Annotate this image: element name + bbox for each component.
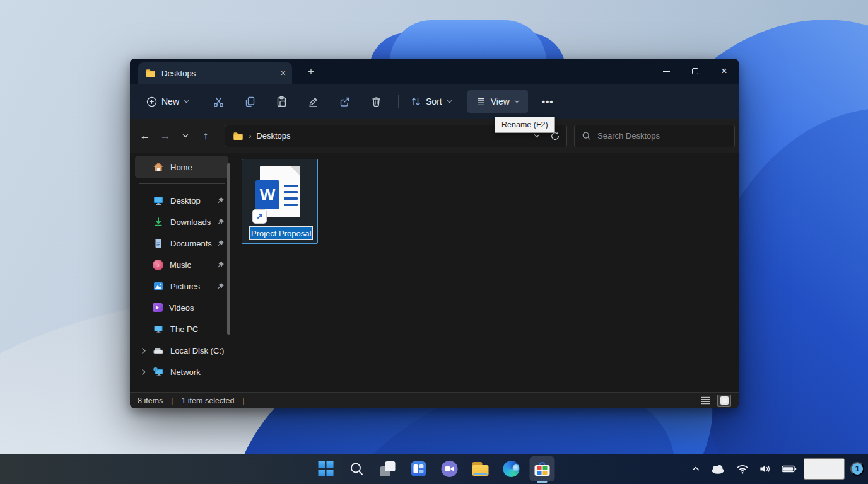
minimize-button[interactable] [652, 59, 681, 84]
status-separator: | [243, 396, 245, 405]
pin-icon [217, 218, 225, 226]
new-tab-button[interactable]: + [302, 64, 320, 80]
back-button[interactable]: ← [135, 126, 155, 146]
close-button[interactable]: × [710, 59, 739, 84]
onedrive-button[interactable] [707, 456, 729, 481]
chevron-up-icon [691, 466, 700, 471]
tab-desktops[interactable]: Desktops × [138, 62, 292, 84]
sidebar-item-documents[interactable]: Documents [135, 233, 228, 254]
widgets-icon [411, 461, 426, 476]
copy-button[interactable] [234, 89, 266, 114]
view-button[interactable]: View [467, 90, 528, 113]
expand-chevron-icon[interactable] [139, 347, 149, 354]
chevron-down-icon [182, 134, 189, 138]
new-button[interactable]: New [146, 96, 189, 107]
sort-label: Sort [426, 96, 442, 107]
recent-locations-button[interactable] [175, 126, 196, 146]
sidebar-item-network[interactable]: Network [135, 361, 228, 383]
window-controls: × [652, 59, 739, 84]
sidebar-item-label: Downloads [170, 217, 211, 227]
sidebar-item-label: The PC [170, 325, 198, 334]
expand-chevron-icon[interactable] [139, 369, 149, 376]
doc-text-line [284, 191, 298, 193]
clock[interactable]: 7:53 AM 9/10/2022 [804, 458, 845, 480]
thumbnail-view-button[interactable] [717, 395, 731, 407]
window-body: Home Desktop [130, 154, 739, 392]
sidebar-item-home[interactable]: Home [135, 156, 228, 178]
sidebar-item-this-pc[interactable]: The PC [135, 318, 228, 340]
file-explorer-window: Desktops × + × New [130, 59, 739, 408]
edge-button[interactable] [499, 456, 524, 481]
chevron-down-icon [534, 134, 540, 138]
breadcrumb[interactable]: Desktops [256, 131, 290, 141]
documents-icon [153, 238, 164, 249]
volume-button[interactable] [756, 456, 775, 481]
address-dropdown-button[interactable] [534, 134, 540, 138]
sidebar-item-pictures[interactable]: Pictures [135, 275, 228, 297]
file-list-area[interactable]: W Project Proposal [235, 154, 739, 392]
page-fold [290, 166, 300, 176]
battery-button[interactable] [779, 456, 799, 481]
file-explorer-button[interactable] [468, 456, 493, 481]
rename-input[interactable]: Project Proposal [249, 226, 313, 240]
notification-badge[interactable]: 1 [850, 462, 864, 476]
chat-button[interactable] [437, 456, 462, 481]
folder-icon [146, 69, 156, 78]
sidebar-scrollbar[interactable] [227, 163, 230, 335]
pin-icon [217, 197, 225, 204]
taskbar-center [314, 454, 555, 484]
paste-button[interactable] [266, 89, 297, 114]
rename-button[interactable] [297, 89, 329, 114]
start-button[interactable] [314, 456, 339, 481]
edge-icon [503, 461, 520, 477]
downloads-icon [153, 216, 164, 228]
maximize-button[interactable] [681, 59, 710, 84]
rename-tooltip: Rename (F2) [495, 117, 555, 133]
task-view-button[interactable] [375, 456, 401, 481]
hidden-icons-button[interactable] [689, 456, 703, 481]
sidebar-item-videos[interactable]: ▶ Videos [135, 297, 228, 318]
word-logo: W [255, 180, 279, 209]
up-button[interactable]: ↑ [196, 126, 216, 146]
wifi-icon [736, 464, 749, 474]
chevron-down-icon [184, 100, 189, 103]
widgets-button[interactable] [406, 456, 431, 481]
sidebar-item-music[interactable]: ♪ Music [135, 254, 228, 275]
chevron-down-icon [514, 100, 520, 103]
icon-shape [535, 465, 550, 476]
delete-button[interactable] [360, 89, 392, 114]
file-item-selected[interactable]: W Project Proposal [242, 159, 318, 244]
sort-button[interactable]: Sort [410, 96, 452, 107]
more-options-button[interactable]: ••• [542, 96, 554, 107]
sidebar-item-local-disk[interactable]: Local Disk (C:) [135, 340, 228, 361]
breadcrumb-separator: › [249, 131, 251, 141]
minimize-icon [663, 71, 670, 72]
pin-icon [217, 282, 225, 290]
share-button[interactable] [329, 89, 360, 114]
wallpaper-bloom-arc [390, 20, 546, 62]
sidebar-item-downloads[interactable]: Downloads [135, 211, 228, 233]
pc-icon [153, 323, 164, 335]
wifi-button[interactable] [733, 456, 752, 481]
sort-icon [410, 96, 421, 107]
store-icon [535, 462, 550, 476]
forward-button[interactable]: → [155, 126, 175, 146]
selection-count: 1 item selected [181, 396, 234, 405]
sidebar-item-label: Documents [170, 239, 212, 248]
videos-icon: ▶ [153, 303, 163, 312]
word-letter: W [260, 185, 276, 205]
view-toggles [698, 395, 731, 407]
navigation-bar: ← → ↑ › Desktops [130, 119, 739, 153]
cloud-icon [710, 464, 726, 474]
search-input[interactable] [575, 125, 734, 147]
sidebar-item-desktop[interactable]: Desktop [135, 190, 228, 211]
details-view-button[interactable] [698, 395, 712, 407]
pictures-icon [153, 280, 164, 292]
taskbar-search-button[interactable] [344, 456, 370, 481]
store-button-active[interactable] [530, 456, 555, 481]
tab-close-icon[interactable]: × [281, 69, 286, 78]
details-view-icon [701, 396, 710, 405]
cut-button[interactable] [202, 89, 234, 114]
chat-icon [442, 461, 458, 477]
maximize-icon [692, 68, 698, 74]
